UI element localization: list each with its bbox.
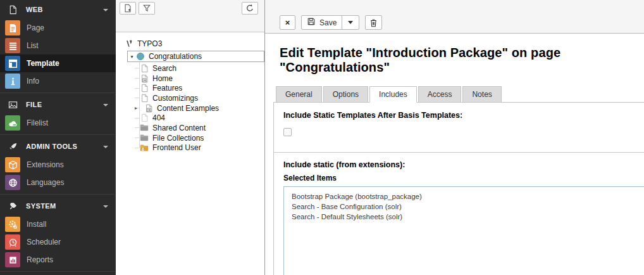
tree-node-shared-content[interactable]: Shared Content (116, 123, 264, 133)
sidebar-item-extensions[interactable]: Extensions (0, 156, 116, 174)
tab-bar: GeneralOptionsIncludesAccessNotes (273, 86, 644, 103)
reports-module-icon (5, 252, 20, 267)
tree-connector (135, 127, 139, 128)
tab-options[interactable]: Options (323, 86, 368, 103)
save-button[interactable]: Save (302, 16, 342, 29)
tree-connector (135, 98, 139, 98)
listbox-option[interactable]: Search - Base Configuration (solr) (284, 201, 644, 212)
module-menu-section: SYSTEMInstallSchedulerReports (0, 194, 116, 269)
static-after-basis-section: Include Static Templates After Basis Tem… (274, 103, 644, 153)
tree-node-label: 404 (152, 113, 165, 122)
typo3-logo-icon (124, 39, 134, 49)
module-menu-section: ADMIN TOOLSExtensionsLanguages (0, 134, 116, 191)
tree-node-selected[interactable]: ▾Congratulations (127, 51, 264, 62)
chevron-down-icon (103, 203, 108, 209)
refresh-button[interactable] (242, 2, 258, 15)
tree-node-label: Home (152, 74, 173, 83)
tree-connector (135, 78, 139, 79)
tree-node-label: Shared Content (152, 124, 206, 132)
sidebar-item-list[interactable]: List (0, 37, 116, 54)
page-title: Edit Template "Introduction Package" on … (280, 46, 644, 75)
section-header-system[interactable]: SYSTEM (0, 196, 116, 215)
tree-expand-toggle-icon[interactable]: ▸ (135, 105, 144, 111)
tree-children: SearchHomeFeaturesCustomizings▸Content E… (116, 63, 264, 153)
sidebar-item-languages[interactable]: Languages (0, 174, 116, 191)
section-header-admin-tools[interactable]: ADMIN TOOLS (0, 137, 116, 156)
section-header-file[interactable]: FILE (0, 95, 116, 114)
tree-node-404[interactable]: 404 (116, 113, 264, 123)
delete-button[interactable] (365, 15, 382, 30)
folder-icon (139, 133, 149, 143)
tree-node-content-examples[interactable]: ▸Content Examples (116, 103, 264, 113)
sidebar-item-label: Info (27, 77, 39, 86)
tree-connector (135, 88, 139, 89)
listbox-option[interactable]: Search - Default Stylesheets (solr) (284, 212, 644, 222)
tree-connector (135, 118, 139, 118)
module-menu: WEBPageListTemplateInfoFILEFilelistADMIN… (0, 0, 116, 275)
sidebar-item-install[interactable]: Install (0, 215, 116, 233)
include-static-section: Include static (from extensions): Select… (274, 153, 644, 275)
languages-module-icon (5, 175, 20, 190)
static-after-basis-checkbox[interactable] (283, 128, 292, 136)
page-tree-panel: TYPO3▾CongratulationsSearchHomeFeaturesC… (116, 0, 265, 275)
sidebar-item-info[interactable]: Info (0, 72, 116, 90)
section-header-web[interactable]: WEB (0, 0, 116, 19)
include-static-label: Include static (from extensions): (283, 160, 644, 169)
chevron-down-icon (103, 143, 108, 150)
tab-general[interactable]: General (276, 86, 322, 103)
tab-pane-includes: Include Static Templates After Basis Tem… (273, 103, 644, 275)
content-area: × Save Edit Template "Introduction Packa… (265, 0, 644, 275)
tree-node-label: Customizings (152, 94, 198, 103)
new-page-icon (123, 4, 132, 13)
docheader: × Save (265, 0, 644, 34)
sidebar-item-template[interactable]: Template (0, 54, 116, 72)
globe-icon (135, 51, 146, 61)
new-page-button[interactable] (120, 2, 136, 15)
tree-node-frontend-user[interactable]: Frontend User (116, 143, 264, 153)
plug-icon (8, 201, 18, 211)
scheduler-module-icon (5, 234, 20, 250)
filter-button[interactable] (139, 2, 155, 15)
tree-node-customizings[interactable]: Customizings (116, 93, 264, 103)
page-shortcut-icon (144, 103, 154, 113)
sidebar-item-scheduler[interactable]: Scheduler (0, 233, 116, 251)
selected-items-listbox[interactable]: Bootstrap Package (bootstrap_package)Sea… (283, 186, 644, 275)
save-split-button: Save (301, 15, 359, 30)
folder-user-icon (139, 143, 149, 153)
folder-icon (139, 123, 149, 133)
tree-node-features[interactable]: Features (116, 83, 264, 93)
listbox-option[interactable]: Bootstrap Package (bootstrap_package) (284, 191, 644, 201)
close-icon: × (285, 18, 290, 27)
install-module-icon (5, 217, 20, 232)
tree-expand-toggle-icon[interactable]: ▾ (128, 54, 135, 60)
extensions-module-icon (5, 157, 20, 172)
tree-node-home[interactable]: Home (116, 74, 264, 84)
selected-items-label: Selected Items (283, 174, 644, 182)
sidebar-item-label: Scheduler (27, 238, 61, 246)
page-dim-icon (139, 113, 149, 123)
tree-node-label: Content Examples (157, 104, 219, 113)
tab-notes[interactable]: Notes (462, 86, 501, 103)
page-tree-toolbar (116, 0, 264, 32)
typo3-backend: WEBPageListTemplateInfoFILEFilelistADMIN… (0, 0, 644, 275)
close-button[interactable]: × (280, 15, 295, 30)
tree-connector (135, 148, 139, 148)
module-menu-section: WEBPageListTemplateInfo (0, 0, 116, 90)
tree-node-root[interactable]: TYPO3 (116, 37, 264, 50)
tree-node-file-collections[interactable]: File Collections (116, 133, 264, 143)
tree-node-search[interactable]: Search (116, 63, 264, 74)
sidebar-item-reports[interactable]: Reports (0, 251, 116, 269)
tree-node-label: Features (152, 84, 182, 93)
static-after-basis-label: Include Static Templates After Basis Tem… (283, 111, 635, 120)
page-tree: TYPO3▾CongratulationsSearchHomeFeaturesC… (116, 32, 264, 153)
tab-access[interactable]: Access (418, 86, 462, 103)
section-header-label: ADMIN TOOLS (26, 143, 77, 150)
sidebar-item-page[interactable]: Page (0, 19, 116, 37)
save-icon (307, 17, 316, 28)
save-options-button[interactable] (342, 16, 359, 29)
tree-node-selected-box: ▾Congratulations (127, 51, 264, 62)
tab-includes[interactable]: Includes (369, 86, 417, 103)
sidebar-item-label: Languages (27, 178, 64, 187)
sidebar-item-filelist[interactable]: Filelist (0, 114, 116, 132)
tree-node-label: Frontend User (152, 143, 201, 152)
